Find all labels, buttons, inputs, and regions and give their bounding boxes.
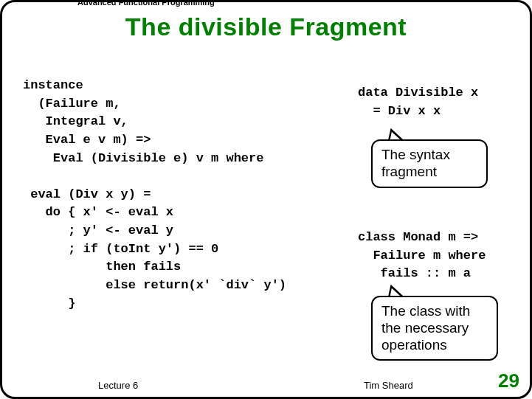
slide-title: The divisible Fragment [2,13,530,41]
footer-author: Tim Sheard [364,380,413,391]
course-label: Advanced Functional Programming [73,0,219,7]
code-class-failure: class Monad m => Failure m where fails :… [358,229,486,283]
callout-syntax-fragment: The syntax fragment [371,139,488,188]
footer-lecture: Lecture 6 [98,380,138,391]
footer: Lecture 6 Tim Sheard 29 [2,372,530,391]
footer-page-number: 29 [498,369,519,392]
callout-class-operations: The class with the necessary operations [371,296,498,361]
code-instance-eval: instance (Failure m, Integral v, Eval e … [23,77,286,313]
code-data-divisible: data Divisible x = Div x x [358,84,478,120]
slide: Advanced Functional Programming The divi… [0,0,532,399]
